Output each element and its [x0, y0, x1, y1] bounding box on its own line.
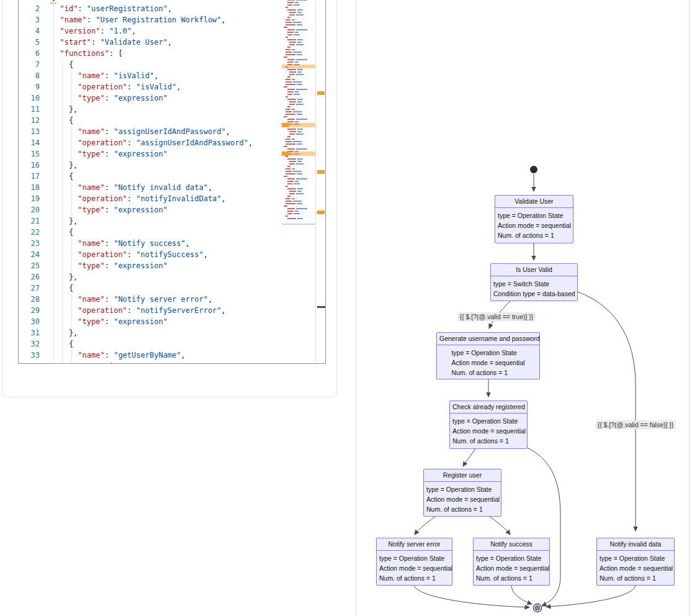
line-number: 18 [19, 182, 40, 193]
line-number: 30 [19, 316, 40, 327]
line-number: 23 [19, 238, 40, 249]
state-node-check-already-registered: Check already registeredtype = Operation… [449, 401, 528, 449]
line-number: 6 [19, 48, 40, 59]
minimap-highlight [282, 65, 316, 68]
code-line: "operation": "isValid", [51, 81, 253, 93]
code-line: "name": "Notify invalid data", [51, 182, 253, 193]
state-node-generate-username-and-password: Generate username and passwordtype = Ope… [436, 332, 540, 379]
overview-ruler-marker [317, 211, 325, 214]
code-line: "functions": [ [51, 48, 253, 59]
state-node-title: Is User Valid [491, 264, 577, 276]
code-line: "operation": "notifySuccess", [51, 249, 253, 260]
code-line: { [51, 171, 253, 182]
line-number: 5 [19, 37, 40, 48]
line-number: 13 [19, 126, 40, 137]
code-line: { [51, 338, 253, 350]
code-line: }, [51, 160, 253, 171]
line-number: 12 [19, 115, 40, 126]
state-node-notify-server-error: Notify server errortype = Operation Stat… [376, 538, 452, 586]
code-line: "operation": "notifyInvalidData", [51, 193, 253, 204]
code-line: "type": "expression" [51, 93, 253, 104]
state-node-is-user-valid: Is User Validtype = Switch StateConditio… [490, 263, 578, 301]
state-node-body: type = Operation StateAction mode = sequ… [495, 211, 573, 240]
code-line: }, [51, 327, 253, 338]
state-node-body: type = Operation StateAction mode = sequ… [450, 416, 528, 446]
line-number: 9 [19, 81, 40, 93]
code-line: "name": "assignUserIdAndPassword", [51, 126, 253, 137]
line-number: 3 [19, 14, 40, 25]
state-node-body: type = Operation StateAction mode = sequ… [449, 348, 527, 378]
state-node-notify-invalid-data: Notify invalid datatype = Operation Stat… [596, 538, 675, 586]
line-number: 17 [19, 171, 40, 182]
line-number: 27 [19, 283, 40, 294]
editor-gutter: 1234567891011121314151617181920212223242… [19, 0, 45, 364]
code-line: "operation": "notifyServerError", [51, 305, 253, 316]
line-number: 25 [19, 260, 40, 271]
condition-false-label: {{ $.[?(@.valid == false)] }} [596, 420, 676, 429]
code-line: "name": "isValid", [51, 70, 253, 81]
line-number: 11 [19, 104, 40, 115]
line-number: 34 [19, 361, 40, 364]
line-number: 8 [19, 70, 40, 81]
overview-ruler-marker [317, 91, 325, 95]
state-node-title: Notify server error [377, 538, 452, 551]
state-node-title: Validate User [495, 196, 573, 208]
code-line: "type": "expression" [51, 316, 253, 327]
state-node-body: type = Operation StateAction mode = sequ… [424, 484, 502, 514]
code-line: "name": "Notify server error", [51, 294, 253, 305]
json-code-card: 1234567891011121314151617181920212223242… [2, 0, 337, 397]
code-line: "type": "expression" [51, 148, 253, 160]
state-node-title: Notify invalid data [597, 538, 674, 551]
line-number: 2 [19, 3, 40, 14]
code-line: }, [51, 271, 253, 283]
scrollbar-mark[interactable] [317, 306, 325, 308]
state-node-notify-success: Notify successtype = Operation StateActi… [473, 538, 550, 586]
minimap[interactable] [282, 0, 316, 364]
code-editor[interactable]: 1234567891011121314151617181920212223242… [18, 0, 326, 364]
code-lines[interactable]: { "id": "userRegistration", "name": "Use… [51, 0, 253, 364]
line-number: 14 [19, 137, 40, 148]
line-number: 32 [19, 338, 40, 350]
state-node-register-user: Register usertype = Operation StateActio… [423, 469, 501, 517]
code-line: { [51, 227, 253, 238]
state-node-title: Generate username and password [437, 333, 539, 345]
code-line: "name": "Notify success", [51, 238, 253, 249]
line-number: 22 [19, 227, 40, 238]
code-line: }, [51, 104, 253, 115]
code-line: "version": "1.0", [51, 25, 253, 37]
line-number: 26 [19, 271, 40, 283]
line-number: 19 [19, 193, 40, 204]
line-number: 24 [19, 249, 40, 260]
overview-ruler-scrollbar[interactable] [315, 0, 325, 364]
code-line: { [51, 115, 253, 126]
line-number: 16 [19, 160, 40, 171]
state-node-body: type = Operation StateAction mode = sequ… [474, 553, 552, 583]
code-line: "operation": "getUserByName", [51, 361, 253, 364]
line-number: 29 [19, 305, 40, 316]
line-number: 28 [19, 294, 40, 305]
line-number: 15 [19, 148, 40, 160]
overview-ruler-marker [317, 170, 325, 174]
line-number: 10 [19, 93, 40, 104]
state-node-body: type = Operation StateAction mode = sequ… [377, 553, 455, 583]
line-number: 4 [19, 25, 40, 37]
code-line: "id": "userRegistration", [51, 3, 253, 14]
state-node-validate-user: Validate Usertype = Operation StateActio… [495, 195, 573, 243]
code-line: "type": "expression" [51, 204, 253, 215]
workflow-diagram-panel [356, 0, 690, 616]
line-number: 21 [19, 215, 40, 227]
code-line: }, [51, 215, 253, 227]
code-line: "operation": "assignUserIdAndPassword", [51, 137, 253, 148]
state-node-title: Register user [424, 469, 501, 482]
line-number: 7 [19, 59, 40, 70]
code-line: "name": "User Registration Workflow", [51, 14, 253, 25]
line-number: 20 [19, 204, 40, 215]
line-number: 31 [19, 327, 40, 338]
code-line: { [51, 59, 253, 70]
code-line: "name": "getUserByName", [51, 350, 253, 361]
state-node-title: Notify success [474, 538, 549, 551]
code-line: "type": "expression" [51, 260, 253, 271]
code-line: "start": "Validate User", [51, 37, 253, 48]
code-line: { [51, 283, 253, 294]
state-node-body: type = Operation StateAction mode = sequ… [597, 553, 675, 583]
